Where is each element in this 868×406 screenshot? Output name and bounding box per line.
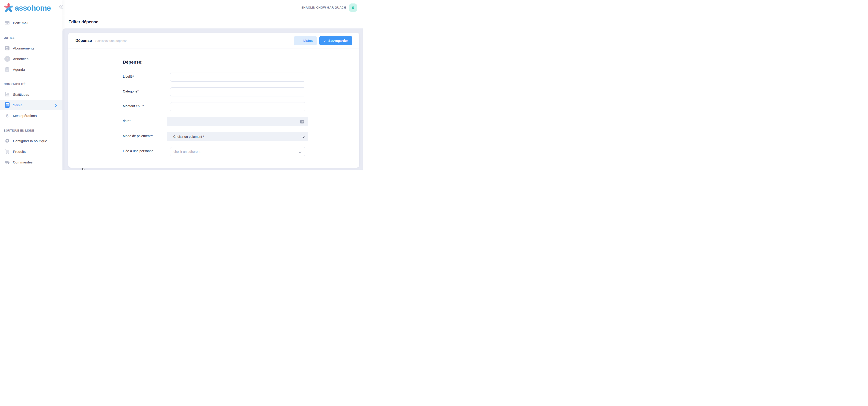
expense-card: Dépense Saisissez une dépense ← Listes ✓… xyxy=(68,33,359,168)
sidebar-collapse-icon[interactable] xyxy=(58,4,64,11)
sidebar-item-annonces[interactable]: ! Annonces xyxy=(0,54,62,64)
sidebar-item-label: Configurer la boutique xyxy=(13,139,47,143)
sidebar-item-configurer-boutique[interactable]: Configurer la boutique xyxy=(0,135,62,146)
logo-people-star-icon xyxy=(3,2,14,13)
back-arrow-icon: ← xyxy=(298,39,302,42)
paiement-select-value: Choisir un paiement * xyxy=(173,135,204,138)
form-row-personne: Liée à une personne: chosir un adhérent xyxy=(123,147,359,156)
sidebar-item-label: Abonnements xyxy=(13,46,34,50)
sidebar-item-agenda[interactable]: Agenda xyxy=(0,64,62,75)
topbar: SHAOLIN CHOW GAR QUACH S xyxy=(62,0,363,15)
clipboard-icon xyxy=(4,66,10,72)
card-actions: ← Listes ✓ Sauvegarder xyxy=(294,36,352,45)
sidebar-item-label: Statitiques xyxy=(13,93,29,96)
cart-icon xyxy=(4,148,10,155)
card-header: Dépense Saisissez une dépense ← Listes ✓… xyxy=(68,33,359,49)
card-title: Dépense xyxy=(75,38,92,43)
sidebar-item-mes-operations[interactable]: € Mes opérations xyxy=(0,110,62,121)
breadcrumb: Editer dépense xyxy=(62,15,363,28)
card-subtitle: Saisissez une dépense xyxy=(95,39,127,42)
check-icon: ✓ xyxy=(324,39,327,43)
euro-icon: € xyxy=(4,112,10,119)
chevron-down-icon xyxy=(299,150,302,154)
date-label: date* xyxy=(123,117,170,126)
form-row-date: date* xyxy=(123,117,359,126)
sidebar-item-boite-mail[interactable]: Boite mail xyxy=(0,18,62,28)
listes-button[interactable]: ← Listes xyxy=(294,36,317,45)
calculator-icon xyxy=(4,102,10,108)
categorie-input[interactable] xyxy=(170,88,305,96)
sidebar-item-produits[interactable]: Produits xyxy=(0,146,62,157)
user-name[interactable]: SHAOLIN CHOW GAR QUACH xyxy=(301,6,346,9)
sidebar: assohome Boite mail OUTILS Abonnements !… xyxy=(0,0,62,170)
sidebar-item-label: Commandes xyxy=(13,160,33,164)
paiement-label: Mode de paiement*: xyxy=(123,132,170,141)
libelle-input[interactable] xyxy=(170,73,305,81)
gear-icon xyxy=(4,138,10,144)
section-title: OUTILS xyxy=(0,35,62,41)
personne-select-placeholder: chosir un adhérent xyxy=(174,150,200,154)
chevron-down-icon xyxy=(302,135,305,139)
inbox-icon xyxy=(4,20,10,26)
montant-input[interactable] xyxy=(170,102,305,111)
sauvegarder-button-label: Sauvegarder xyxy=(328,39,348,42)
categorie-label: Catégorie* xyxy=(123,88,170,96)
paiement-select[interactable]: Choisir un paiement * xyxy=(167,132,308,141)
logo-text: assohome xyxy=(15,4,51,12)
section-title: BOUTIQUE EN LIGNE xyxy=(0,128,62,133)
sidebar-item-label: Saisie xyxy=(13,103,23,107)
date-input[interactable] xyxy=(167,117,308,126)
form-row-libelle: Libellé* xyxy=(123,73,359,81)
sidebar-section-outils: OUTILS Abonnements ! Annonces Agenda xyxy=(0,35,62,75)
form-row-montant: Montant en €* xyxy=(123,102,359,111)
form-heading: Dépense: xyxy=(123,60,359,65)
sidebar-section-comptabilite: COMPTABILITÉ Statitiques Saisie € Mes op… xyxy=(0,81,62,121)
truck-icon xyxy=(4,159,10,165)
app-logo[interactable]: assohome xyxy=(0,0,62,15)
mouse-cursor xyxy=(82,168,86,170)
form-row-paiement: Mode de paiement*: Choisir un paiement * xyxy=(123,132,359,141)
sidebar-item-label: Annonces xyxy=(13,57,28,61)
sidebar-item-statitiques[interactable]: Statitiques xyxy=(0,89,62,100)
chevron-right-icon xyxy=(55,104,57,108)
bar-chart-icon xyxy=(4,91,10,97)
sidebar-section-boutique: BOUTIQUE EN LIGNE Configurer la boutique… xyxy=(0,128,62,167)
page-title: Editer dépense xyxy=(68,20,98,25)
sidebar-nav: Boite mail OUTILS Abonnements ! Annonces xyxy=(0,15,62,167)
libelle-label: Libellé* xyxy=(123,73,170,81)
calendar-icon xyxy=(300,120,304,125)
sauvegarder-button[interactable]: ✓ Sauvegarder xyxy=(319,36,352,45)
sidebar-item-label: Agenda xyxy=(13,68,25,71)
form-row-categorie: Catégorie* xyxy=(123,88,359,96)
sidebar-item-saisie[interactable]: Saisie xyxy=(0,100,62,110)
avatar[interactable]: S xyxy=(349,3,357,12)
section-title: COMPTABILITÉ xyxy=(0,81,62,87)
expense-form: Dépense: Libellé* Catégorie* Montant en … xyxy=(68,49,359,156)
exclamation-circle-icon: ! xyxy=(4,56,10,62)
sidebar-item-label: Mes opérations xyxy=(13,114,37,118)
sidebar-item-abonnements[interactable]: Abonnements xyxy=(0,43,62,54)
listes-button-label: Listes xyxy=(303,39,313,42)
sidebar-item-label: Boite mail xyxy=(13,21,28,25)
sidebar-item-commandes[interactable]: Commandes xyxy=(0,157,62,167)
montant-label: Montant en €* xyxy=(123,102,170,111)
contact-card-icon xyxy=(4,45,10,51)
personne-select[interactable]: chosir un adhérent xyxy=(170,147,305,156)
content-area: Dépense Saisissez une dépense ← Listes ✓… xyxy=(62,28,363,170)
personne-label: Liée à une personne: xyxy=(123,147,170,156)
sidebar-item-label: Produits xyxy=(13,149,26,154)
